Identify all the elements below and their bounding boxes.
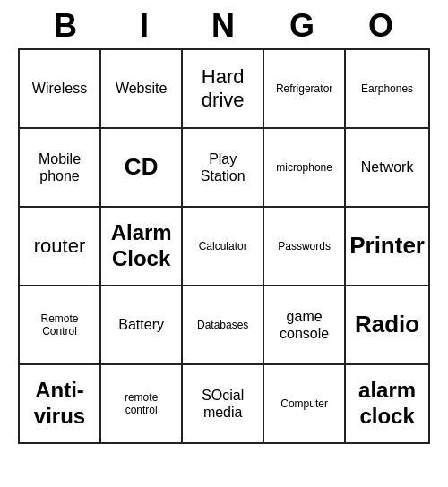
letter-o: O bbox=[342, 7, 421, 45]
cell-r4-c0: Anti-virus bbox=[19, 364, 100, 443]
cell-r3-c1: Battery bbox=[100, 286, 182, 364]
cell-r2-c1: AlarmClock bbox=[100, 207, 182, 286]
cell-r3-c2: Databases bbox=[182, 286, 263, 364]
cell-r2-c4: Printer bbox=[345, 207, 429, 286]
cell-r0-c3: Refrigerator bbox=[263, 49, 345, 128]
cell-r0-c2: Harddrive bbox=[182, 49, 263, 128]
cell-r4-c1: remotecontrol bbox=[100, 364, 182, 443]
cell-r1-c4: Network bbox=[345, 128, 429, 207]
cell-r0-c4: Earphones bbox=[345, 49, 429, 128]
cell-r3-c3: gameconsole bbox=[263, 286, 345, 364]
letter-b: B bbox=[27, 7, 106, 45]
cell-r4-c2: SOcialmedia bbox=[182, 364, 263, 443]
cell-r4-c3: Computer bbox=[263, 364, 345, 443]
cell-r4-c4: alarmclock bbox=[345, 364, 429, 443]
cell-r0-c1: Website bbox=[100, 49, 182, 128]
cell-r3-c4: Radio bbox=[345, 286, 429, 364]
cell-r2-c3: Passwords bbox=[263, 207, 345, 286]
letter-g: G bbox=[263, 7, 342, 45]
bingo-grid: WirelessWebsiteHarddriveRefrigeratorEarp… bbox=[18, 48, 430, 444]
cell-r1-c1: CD bbox=[100, 128, 182, 207]
cell-r2-c0: router bbox=[19, 207, 100, 286]
cell-r1-c3: microphone bbox=[263, 128, 345, 207]
cell-r1-c0: Mobilephone bbox=[19, 128, 100, 207]
cell-r2-c2: Calculator bbox=[182, 207, 263, 286]
cell-r1-c2: PlayStation bbox=[182, 128, 263, 207]
cell-r3-c0: RemoteControl bbox=[19, 286, 100, 364]
letter-n: N bbox=[185, 7, 263, 45]
letter-i: I bbox=[106, 7, 185, 45]
bingo-title: B I N G O bbox=[18, 7, 430, 45]
cell-r0-c0: Wireless bbox=[19, 49, 100, 128]
